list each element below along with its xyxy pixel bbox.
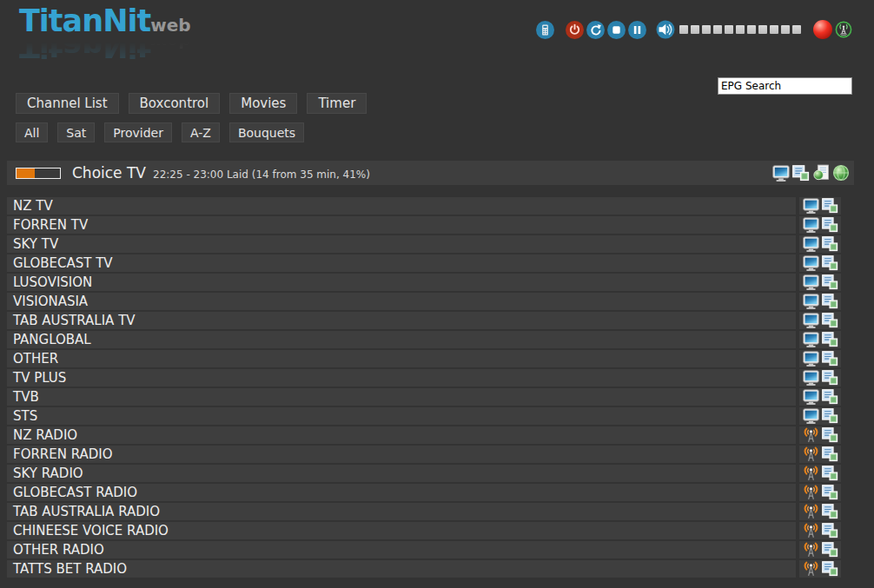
web-globe-button[interactable] xyxy=(832,164,850,182)
zap-tv-button[interactable] xyxy=(803,255,819,271)
channel-epg-button[interactable] xyxy=(822,313,838,328)
channel-epg-button[interactable] xyxy=(822,523,838,538)
epg-list-icon xyxy=(822,389,838,405)
channel-epg-button[interactable] xyxy=(822,198,838,214)
volume-segment[interactable] xyxy=(781,25,790,34)
zap-tv-button[interactable] xyxy=(803,370,819,386)
filter-all-button[interactable]: All xyxy=(16,122,48,142)
channel-name[interactable]: OTHER RADIO xyxy=(7,541,796,558)
channel-name[interactable]: SKY RADIO xyxy=(7,465,796,482)
zap-tv-button[interactable] xyxy=(803,198,819,214)
channel-name[interactable]: TAB AUSTRALIA RADIO xyxy=(7,503,796,520)
pause-button[interactable] xyxy=(628,21,646,39)
channel-name[interactable]: STS xyxy=(7,407,796,425)
channel-name[interactable]: SKY TV xyxy=(7,235,796,253)
stop-button[interactable] xyxy=(607,21,626,39)
channel-epg-button[interactable] xyxy=(822,466,838,481)
channel-name[interactable]: NZ TV xyxy=(7,197,796,215)
epg-search-input[interactable] xyxy=(718,77,852,95)
channel-name[interactable]: VISIONASIA xyxy=(7,293,796,310)
zap-tv-button[interactable] xyxy=(803,351,819,367)
channel-epg-button[interactable] xyxy=(822,561,838,577)
channel-name[interactable]: OTHER xyxy=(7,350,796,367)
channel-name[interactable]: NZ RADIO xyxy=(7,426,796,444)
channel-name[interactable]: GLOBECAST TV xyxy=(7,254,796,272)
channel-epg-button[interactable] xyxy=(822,332,838,347)
nav-channel-list-button[interactable]: Channel List xyxy=(16,93,119,114)
zap-tv-button[interactable] xyxy=(803,217,819,233)
channel-name[interactable]: TV PLUS xyxy=(7,369,796,386)
channel-epg-button[interactable] xyxy=(822,446,838,462)
zap-tv-button[interactable] xyxy=(803,389,819,405)
filter-provider-button[interactable]: Provider xyxy=(104,122,172,142)
refresh-button[interactable] xyxy=(586,21,605,39)
nav-movies-button[interactable]: Movies xyxy=(229,93,297,114)
channel-epg-button[interactable] xyxy=(822,427,838,443)
epg-list-icon xyxy=(822,561,838,577)
nav-boxcontrol-button[interactable]: Boxcontrol xyxy=(129,93,221,114)
channel-epg-button[interactable] xyxy=(822,389,838,405)
nav-timer-button[interactable]: Timer xyxy=(307,93,367,114)
tv-icon xyxy=(803,408,819,424)
volume-segment[interactable] xyxy=(736,25,745,34)
channel-epg-button[interactable] xyxy=(822,370,838,386)
channel-row: TATTS BET RADIO xyxy=(7,560,841,578)
channel-row: TAB AUSTRALIA TV xyxy=(7,312,841,329)
filter-sat-button[interactable]: Sat xyxy=(57,122,95,142)
zap-tv-button[interactable] xyxy=(803,408,819,424)
volume-segment[interactable] xyxy=(691,25,699,34)
epg-page-button[interactable] xyxy=(812,164,830,182)
channel-name[interactable]: PANGLOBAL xyxy=(7,331,796,348)
volume-segment[interactable] xyxy=(725,25,733,34)
zap-tv-button[interactable] xyxy=(803,236,819,252)
zap-tv-button[interactable] xyxy=(803,313,819,328)
zap-radio-button[interactable] xyxy=(803,561,819,577)
zap-tv-button[interactable] xyxy=(803,294,819,309)
volume-segment[interactable] xyxy=(747,25,756,34)
channel-epg-button[interactable] xyxy=(822,294,838,309)
volume-segment[interactable] xyxy=(758,25,767,34)
epg-list-button[interactable] xyxy=(792,164,810,182)
channel-epg-button[interactable] xyxy=(822,542,838,558)
channel-epg-button[interactable] xyxy=(822,255,838,271)
volume-segment[interactable] xyxy=(770,25,778,34)
zap-radio-button[interactable] xyxy=(803,466,819,481)
watch-tv-button[interactable] xyxy=(772,164,790,182)
channel-name[interactable]: CHINEESE VOICE RADIO xyxy=(7,522,796,539)
volume-segment[interactable] xyxy=(792,25,801,34)
channel-epg-button[interactable] xyxy=(822,485,838,500)
channel-epg-button[interactable] xyxy=(822,236,838,252)
power-button[interactable] xyxy=(566,21,584,39)
zap-radio-button[interactable] xyxy=(803,504,819,519)
zap-radio-button[interactable] xyxy=(803,427,819,443)
zap-radio-button[interactable] xyxy=(803,542,819,558)
stream-button[interactable] xyxy=(835,21,852,38)
remote-button[interactable] xyxy=(536,21,554,39)
channel-name[interactable]: TVB xyxy=(7,388,796,406)
volume-mute-button[interactable] xyxy=(656,20,675,39)
channel-epg-button[interactable] xyxy=(822,274,838,290)
volume-segment[interactable] xyxy=(713,25,722,34)
channel-epg-button[interactable] xyxy=(822,217,838,233)
channel-name[interactable]: TATTS BET RADIO xyxy=(7,560,796,578)
filter-az-button[interactable]: A-Z xyxy=(182,122,220,142)
zap-radio-button[interactable] xyxy=(803,485,819,500)
channel-epg-button[interactable] xyxy=(822,351,838,367)
volume-level xyxy=(679,25,801,34)
channel-name[interactable]: GLOBECAST RADIO xyxy=(7,484,796,501)
tv-icon xyxy=(803,370,819,386)
channel-name[interactable]: LUSOVISION xyxy=(7,274,796,291)
zap-tv-button[interactable] xyxy=(803,332,819,347)
channel-name[interactable]: FORREN TV xyxy=(7,216,796,234)
filter-bouquets-button[interactable]: Bouquets xyxy=(229,122,304,142)
zap-tv-button[interactable] xyxy=(803,274,819,290)
channel-epg-button[interactable] xyxy=(822,408,838,424)
channel-epg-button[interactable] xyxy=(822,504,838,519)
epg-list-icon xyxy=(822,313,838,328)
channel-name[interactable]: TAB AUSTRALIA TV xyxy=(7,312,796,329)
zap-radio-button[interactable] xyxy=(803,446,819,462)
channel-name[interactable]: FORREN RADIO xyxy=(7,446,796,463)
volume-segment[interactable] xyxy=(679,25,688,34)
zap-radio-button[interactable] xyxy=(803,523,819,538)
volume-segment[interactable] xyxy=(702,25,711,34)
